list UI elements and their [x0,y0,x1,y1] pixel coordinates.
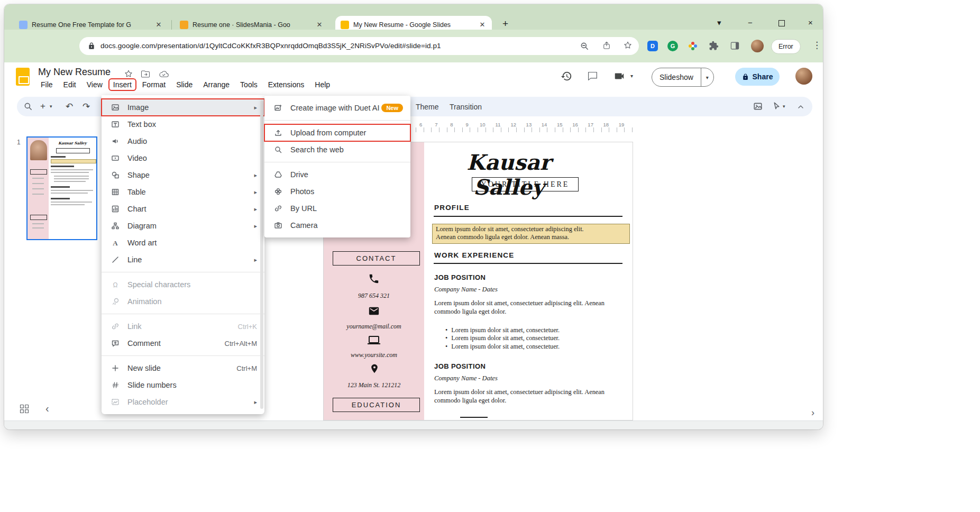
contact-website[interactable]: www.yoursite.com [324,351,424,359]
share-page-icon[interactable] [602,41,611,50]
submenu-item-camera[interactable]: Camera [264,217,410,234]
tab2-close-icon[interactable]: ✕ [315,21,324,29]
contact-heading-box[interactable]: CONTACT [333,251,420,266]
minimize-button[interactable]: − [748,18,753,27]
job2-meta[interactable]: Company Name - Dates [434,374,498,382]
insert-menu-item-video[interactable]: Video [102,150,264,167]
extension-flower-icon[interactable] [688,41,698,51]
extension-g-icon[interactable]: G [667,41,678,51]
submenu-item-photos[interactable]: Photos [264,183,410,200]
redo-icon[interactable]: ↷ [83,101,90,112]
menu-format[interactable]: Format [139,79,169,90]
tab3-close-icon[interactable]: ✕ [478,21,487,29]
transition-button[interactable]: Transition [450,103,482,111]
theme-button[interactable]: Theme [416,103,439,111]
submenu-item-duet-ai[interactable]: Create image with Duet AI New [264,99,410,116]
expand-panel-icon[interactable]: › [811,407,814,418]
contact-address[interactable]: 123 Main St. 121212 [324,381,424,389]
insert-menu-item-comment[interactable]: Comment Ctrl+Alt+M [102,335,264,352]
submenu-item-search-the-web[interactable]: Search the web [264,141,410,158]
profile-highlight-box[interactable]: Lorem ipsum dolor sit amet, consectetuer… [432,224,630,244]
contact-phone[interactable]: 987 654 321 [324,292,424,300]
job2-body[interactable]: Lorem ipsum dolor sit amet, consectetuer… [434,388,627,405]
close-button[interactable]: × [808,18,813,27]
menu-help[interactable]: Help [311,79,334,90]
comment-history-icon[interactable] [587,70,598,81]
menu-edit[interactable]: Edit [60,79,80,90]
insert-menu-item-text-box[interactable]: Text box [102,116,264,133]
insert-menu-item-link[interactable]: Link Ctrl+K [102,318,264,335]
browser-profile-avatar[interactable] [751,40,764,52]
menu-tools[interactable]: Tools [236,79,261,90]
pointer-tool-icon[interactable] [772,102,781,111]
insert-menu-item-special-characters[interactable]: Ω Special characters [102,276,264,293]
document-title[interactable]: My New Resume [38,67,111,78]
collapse-toolbar-icon[interactable] [796,103,805,111]
version-history-icon[interactable] [561,70,572,82]
submenu-item-by-url[interactable]: By URL [264,200,410,217]
insert-menu-item-slide-numbers[interactable]: Slide numbers [102,377,264,394]
tab1-close-icon[interactable]: ✕ [154,21,163,29]
profile-heading[interactable]: PROFILE [434,204,470,212]
new-slide-dropdown-icon[interactable]: ▾ [50,104,52,109]
insert-menu-item-new-slide[interactable]: New slide Ctrl+M [102,360,264,377]
meet-camera-icon[interactable] [613,70,625,82]
account-avatar[interactable] [795,68,812,85]
menu-slide[interactable]: Slide [172,79,196,90]
slide-name[interactable]: Kausar Salley [429,150,588,199]
tab-search-chevron-icon[interactable]: ▾ [717,18,721,28]
insert-menu-item-image[interactable]: Image ▸ [102,99,264,116]
menu-view[interactable]: View [83,79,106,90]
insert-menu-item-diagram[interactable]: Diagram ▸ [102,217,264,234]
share-button[interactable]: Share [735,68,780,86]
url-text[interactable]: docs.google.com/presentation/d/1QyltCdCo… [100,42,441,50]
submenu-item-drive[interactable]: Drive [264,166,410,183]
insert-menu-item-table[interactable]: Table ▸ [102,184,264,200]
insert-menu-item-line[interactable]: Line ▸ [102,251,264,268]
slideshow-button[interactable]: Slideshow ▾ [652,68,714,87]
star-icon[interactable] [124,69,133,79]
search-menus-icon[interactable] [23,102,33,111]
insert-menu-item-word-art[interactable]: A Word art [102,234,264,251]
job1-body[interactable]: Lorem ipsum dolor sit amet, consectetuer… [434,299,627,316]
side-panel-icon[interactable] [730,41,740,51]
toolbar-image-icon[interactable] [753,102,763,111]
bookmark-star-icon[interactable] [623,41,633,50]
insert-menu-item-shape[interactable]: Shape ▸ [102,167,264,184]
zoom-icon[interactable] [580,41,589,51]
slides-app-icon[interactable] [16,68,30,86]
menu-file[interactable]: File [37,79,57,90]
error-button[interactable]: Error [771,39,801,54]
extensions-puzzle-icon[interactable] [709,41,719,51]
bottom-scrollbar-strip[interactable] [4,420,823,429]
menu-insert[interactable]: Insert [109,79,135,90]
menu-extensions[interactable]: Extensions [264,79,308,90]
menu-arrange[interactable]: Arrange [199,79,233,90]
maximize-button[interactable] [778,20,785,26]
meet-dropdown-icon[interactable]: ▾ [630,73,633,79]
work-heading[interactable]: WORK EXPERIENCE [434,251,515,259]
slide-thumbnail[interactable]: Kausar Salley [26,136,97,240]
menu-scrollbar[interactable] [260,100,263,409]
job2-title[interactable]: JOB POSITION [434,362,486,370]
submenu-item-upload-from-computer[interactable]: Upload from computer [264,124,410,141]
insert-menu-item-chart[interactable]: Chart ▸ [102,200,264,217]
move-folder-icon[interactable] [141,69,150,79]
insert-menu-item-placeholder[interactable]: Placeholder ▸ [102,394,264,410]
job1-bullets[interactable]: Lorem ipsum dolor sit amet, consectetuer… [445,326,620,351]
pointer-dropdown-icon[interactable]: ▾ [783,104,785,109]
job1-meta[interactable]: Company Name - Dates [434,286,498,294]
undo-icon[interactable]: ↶ [66,101,73,112]
insert-menu-item-animation[interactable]: Animation [102,293,264,310]
browser-menu-kebab-icon[interactable]: ⋮ [812,40,821,51]
extension-d-icon[interactable]: D [647,41,658,51]
new-tab-button[interactable]: + [502,18,508,30]
collapse-filmstrip-icon[interactable]: ‹ [45,403,49,415]
job1-title[interactable]: JOB POSITION [434,273,486,281]
grid-view-icon[interactable] [19,404,30,414]
education-heading-box[interactable]: EDUCATION [333,398,420,412]
insert-menu-item-audio[interactable]: Audio [102,133,264,150]
slideshow-dropdown-icon[interactable]: ▾ [701,68,713,86]
contact-email[interactable]: yourname@mail.com [324,323,424,331]
new-slide-plus-icon[interactable]: + [40,101,45,112]
